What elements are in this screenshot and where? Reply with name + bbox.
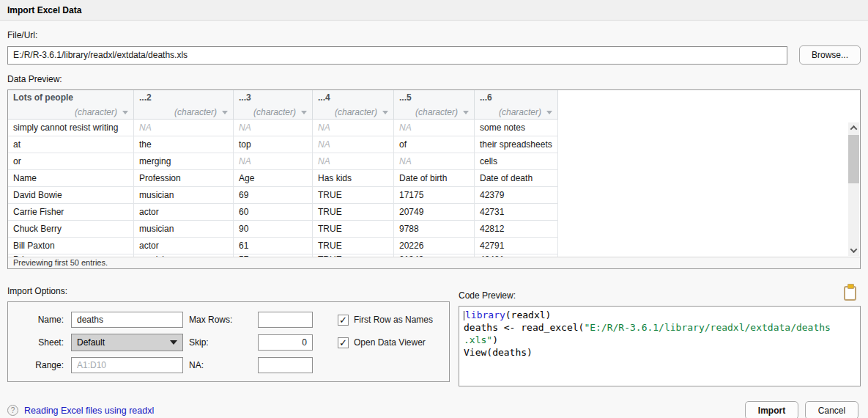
max-rows-input[interactable] [258, 312, 313, 328]
code-token: .xls" [464, 334, 492, 345]
scroll-down-icon[interactable] [848, 245, 859, 256]
first-row-as-names-label: First Row as Names [354, 315, 433, 325]
column-menu-icon[interactable] [463, 111, 469, 114]
column-menu-icon[interactable] [222, 111, 228, 114]
code-line: library(readxl) [464, 309, 856, 321]
first-row-as-names-checkbox[interactable]: ✓ First Row as Names [338, 315, 449, 326]
table-cell: TRUE [313, 221, 394, 238]
table-cell: 90 [234, 221, 313, 238]
column-type: (character) [75, 107, 117, 117]
open-data-viewer-label: Open Data Viewer [354, 337, 426, 348]
table-cell: Has kids [313, 170, 394, 187]
na-label: NA: [189, 360, 252, 370]
checkbox-check-icon[interactable]: ✓ [338, 337, 349, 348]
table-cell: 20226 [394, 238, 475, 254]
table-cell: 17175 [394, 187, 475, 204]
table-cell: NA [394, 153, 475, 170]
column-type: (character) [174, 107, 217, 117]
code-preview-label: Code Preview: [459, 290, 516, 301]
table-cell: 42791 [475, 238, 558, 254]
name-label: Name: [20, 315, 65, 325]
table-cell: actor [134, 238, 234, 254]
table-cell: at [8, 136, 134, 153]
table-cell: 42379 [475, 187, 558, 204]
skip-label: Skip: [189, 337, 252, 348]
table-cell: NA [234, 120, 313, 136]
column-header[interactable]: ...6(character) [475, 90, 558, 120]
code-line: .xls") [464, 334, 856, 346]
sheet-select[interactable]: Default [71, 334, 183, 351]
preview-status: Previewing first 50 entries. [8, 257, 860, 268]
table-cell: NA [313, 136, 394, 153]
column-header[interactable]: Lots of people(character) [8, 90, 134, 120]
table-row: ormergingNANANAcells [8, 153, 558, 170]
table-cell: Bill Paxton [8, 238, 134, 254]
range-input[interactable] [71, 357, 183, 373]
table-row: atthetopNAoftheir spreadsheets [8, 136, 558, 153]
dialog-footer: ? Reading Excel files using readxl Impor… [7, 401, 861, 418]
table-cell: top [234, 136, 313, 153]
table-cell: 61 [234, 238, 313, 254]
import-button[interactable]: Import [745, 401, 798, 418]
vertical-scrollbar[interactable] [848, 122, 859, 256]
open-data-viewer-checkbox[interactable]: ✓ Open Data Viewer [338, 337, 449, 348]
table-cell: NA [313, 120, 394, 136]
table-cell: TRUE [313, 187, 394, 204]
column-type: (character) [415, 107, 458, 117]
copy-to-clipboard-icon[interactable] [844, 286, 856, 301]
code-token: View(deaths) [464, 347, 533, 358]
help-icon[interactable]: ? [7, 405, 18, 416]
column-name: Lots of people [13, 92, 128, 103]
column-menu-icon[interactable] [382, 111, 388, 114]
table-header-row: Lots of people(character)...2(character)… [8, 90, 558, 120]
preview-table: Lots of people(character)...2(character)… [8, 90, 558, 259]
table-cell: musician [134, 221, 234, 238]
column-header[interactable]: ...5(character) [394, 90, 475, 120]
file-url-label: File/Url: [7, 30, 861, 40]
table-cell: some notes [475, 120, 558, 136]
na-input[interactable] [258, 357, 313, 373]
code-token: "E:/R/R-3.6.1/library/readxl/extdata/dea… [584, 322, 831, 333]
column-menu-icon[interactable] [301, 111, 307, 114]
table-cell: Date of birth [394, 170, 475, 187]
table-cell: 60 [234, 204, 313, 221]
code-token: deaths <- read_excel( [464, 322, 584, 333]
data-preview-label: Data Preview: [7, 74, 861, 84]
column-header[interactable]: ...3(character) [234, 90, 313, 120]
column-name: ...2 [139, 92, 228, 103]
help-link[interactable]: Reading Excel files using readxl [24, 406, 154, 416]
dialog-body: File/Url: Browse... Data Preview: Lots o… [0, 30, 868, 418]
table-cell: their spreadsheets [475, 136, 558, 153]
column-menu-icon[interactable] [546, 111, 552, 114]
scroll-up-icon[interactable] [848, 122, 859, 133]
code-preview-editor[interactable]: library(readxl)deaths <- read_excel("E:/… [459, 306, 861, 386]
sheet-label: Sheet: [20, 337, 65, 348]
table-cell: the [134, 136, 234, 153]
table-cell: NA [394, 120, 475, 136]
table-cell: NA [234, 153, 313, 170]
column-menu-icon[interactable] [122, 111, 128, 114]
file-row: Browse... [7, 45, 861, 65]
column-name: ...5 [399, 92, 469, 103]
browse-button[interactable]: Browse... [799, 45, 861, 65]
name-input[interactable] [71, 312, 183, 328]
table-cell: 69 [234, 187, 313, 204]
file-url-input[interactable] [7, 46, 787, 65]
skip-input[interactable] [258, 334, 313, 351]
table-row: David Bowiemusician69TRUE1717542379 [8, 187, 558, 204]
import-options-panel: Name: Max Rows: ✓ First Row as Names She… [7, 301, 450, 382]
checkbox-check-icon[interactable]: ✓ [338, 315, 349, 326]
table-cell: Date of death [475, 170, 558, 187]
table-cell: Profession [134, 170, 234, 187]
column-header[interactable]: ...4(character) [313, 90, 394, 120]
cancel-button[interactable]: Cancel [805, 401, 858, 418]
column-header[interactable]: ...2(character) [134, 90, 234, 120]
data-preview-panel: Lots of people(character)...2(character)… [7, 89, 861, 269]
table-cell: cells [475, 153, 558, 170]
column-name: ...3 [239, 92, 307, 103]
sheet-select-value: Default [77, 337, 105, 348]
table-cell: merging [134, 153, 234, 170]
table-cell: or [8, 153, 134, 170]
scrollbar-thumb[interactable] [848, 135, 859, 183]
range-label: Range: [20, 360, 65, 370]
